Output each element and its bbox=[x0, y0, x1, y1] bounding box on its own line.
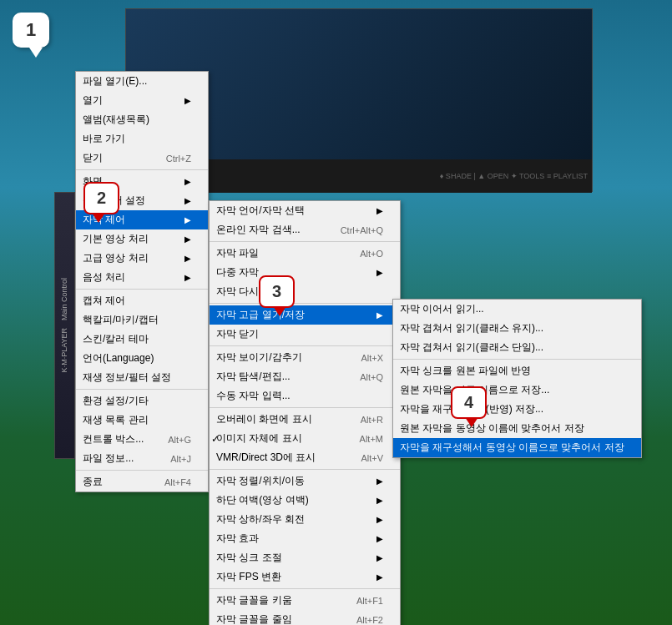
sub3-separator-2 bbox=[393, 359, 641, 360]
submenu2-item-13[interactable]: 자막 정렬/위치/이동▶ bbox=[210, 471, 400, 491]
tools-btn[interactable]: ✦ TOOLS bbox=[511, 172, 545, 180]
menu-item-4[interactable]: 닫기Ctrl+Z bbox=[76, 149, 208, 168]
sidebar-label: K·M·PLAYER Main Control bbox=[59, 278, 70, 372]
submenu3-item-5[interactable]: 자막을 재구성해서 (반영) 저장... bbox=[393, 400, 641, 419]
menu-item-10[interactable]: 음성 처리▶ bbox=[76, 268, 208, 287]
submenu2-item-18[interactable]: 자막 FPS 변환▶ bbox=[210, 567, 400, 587]
submenu3-item-4[interactable]: 원본 자막을 다른 이름으로 저장... bbox=[393, 381, 641, 400]
tooltip-2-text: 2 bbox=[97, 189, 106, 207]
submenu3-item-7[interactable]: 자막을 재구성해서 동영상 이름으로 맞추어서 저장 bbox=[393, 438, 641, 457]
submenu-subtitle-control: 자막 언어/자막 선택▶온라인 자막 검색...Ctrl+Alt+Q자막 파일A… bbox=[209, 200, 401, 625]
submenu3-item-2[interactable]: 자막 겹쳐서 읽기(클래스 단일)... bbox=[393, 338, 641, 357]
submenu2-item-3[interactable]: 다중 자막▶ bbox=[210, 263, 400, 282]
tooltip-4-text: 4 bbox=[464, 393, 473, 411]
tooltip-2: 2 bbox=[83, 182, 119, 214]
shade-btn[interactable]: ♦ SHADE bbox=[440, 172, 472, 180]
sub2-separator-6 bbox=[210, 345, 400, 346]
sub2-separator-12 bbox=[210, 469, 400, 470]
menu-item-17[interactable]: 재생 목록 관리 bbox=[76, 411, 208, 430]
sub2-separator-18 bbox=[210, 588, 400, 589]
submenu3-item-6[interactable]: 원본 자막을 동영상 이름에 맞추어서 저장 bbox=[393, 419, 641, 438]
submenu2-item-16[interactable]: 자막 효과▶ bbox=[210, 529, 400, 548]
menu-item-14[interactable]: 언어(Language) bbox=[76, 349, 208, 368]
kmp-sidebar: K·M·PLAYER Main Control bbox=[54, 192, 75, 459]
submenu2-item-15[interactable]: 자막 상하/좌우 회전▶ bbox=[210, 510, 400, 529]
submenu2-item-1[interactable]: 온라인 자막 검색...Ctrl+Alt+Q bbox=[210, 220, 400, 239]
tooltip-1: 1 bbox=[13, 13, 49, 48]
submenu2-item-2[interactable]: 자막 파일Alt+O bbox=[210, 244, 400, 263]
sub2-separator-9 bbox=[210, 407, 400, 408]
separator-15 bbox=[76, 389, 208, 390]
menu-item-8[interactable]: 기본 영상 처리▶ bbox=[76, 229, 208, 249]
menu-item-11[interactable]: 캡쳐 제어 bbox=[76, 291, 208, 310]
playlist-btn[interactable]: ≡ PLAYLIST bbox=[547, 172, 588, 180]
submenu2-item-19[interactable]: 자막 글꼴을 키움Alt+F1 bbox=[210, 591, 400, 610]
separator-19 bbox=[76, 470, 208, 471]
submenu2-item-0[interactable]: 자막 언어/자막 선택▶ bbox=[210, 201, 400, 220]
menu-item-0[interactable]: 파일 열기(E)... bbox=[76, 72, 208, 91]
submenu2-item-12[interactable]: VMR/Direct 3D에 표시Alt+V bbox=[210, 448, 400, 467]
submenu2-item-8[interactable]: 자막 탐색/편집...Alt+Q bbox=[210, 367, 400, 386]
submenu2-item-20[interactable]: 자막 글꼴을 줄임Alt+F2 bbox=[210, 610, 400, 625]
player-toolbar: ♦ SHADE | ▲ OPEN ✦ TOOLS ≡ PLAYLIST bbox=[440, 172, 588, 180]
menu-item-19[interactable]: 파일 정보...Alt+J bbox=[76, 449, 208, 468]
menu-item-1[interactable]: 열기▶ bbox=[76, 91, 208, 110]
submenu2-item-9[interactable]: 수동 자막 입력... bbox=[210, 386, 400, 406]
submenu2-item-6[interactable]: 자막 닫기 bbox=[210, 325, 400, 344]
open-btn[interactable]: | ▲ OPEN bbox=[473, 172, 508, 180]
submenu2-item-17[interactable]: 자막 싱크 조절▶ bbox=[210, 548, 400, 567]
menu-item-16[interactable]: 환경 설정/기타 bbox=[76, 391, 208, 411]
context-menu: 파일 열기(E)...열기▶앨범(재생목록)바로 가기닫기Ctrl+Z화면▶플레… bbox=[75, 71, 209, 492]
tooltip-4: 4 bbox=[451, 386, 487, 419]
menu-item-13[interactable]: 스킨/칼러 테마 bbox=[76, 330, 208, 349]
submenu2-item-11[interactable]: ✓이미지 자체에 표시Alt+M bbox=[210, 429, 400, 448]
submenu2-item-14[interactable]: 하단 여백(영상 여백)▶ bbox=[210, 491, 400, 510]
submenu-advanced-subtitle: 자막 이어서 읽기...자막 겹쳐서 읽기(클래스 유지)...자막 겹쳐서 읽… bbox=[392, 299, 642, 458]
submenu2-item-10[interactable]: 오버레이 화면에 표시Alt+R bbox=[210, 410, 400, 429]
menu-item-2[interactable]: 앨범(재생목록) bbox=[76, 110, 208, 129]
tooltip-1-text: 1 bbox=[26, 19, 36, 40]
submenu3-item-3[interactable]: 자막 싱크를 원본 파일에 반영 bbox=[393, 361, 641, 381]
submenu3-item-0[interactable]: 자막 이어서 읽기... bbox=[393, 300, 641, 319]
menu-item-18[interactable]: 컨트롤 박스...Alt+G bbox=[76, 430, 208, 449]
menu-item-12[interactable]: 핵칼피/마키/캡터 bbox=[76, 310, 208, 330]
submenu2-item-4[interactable]: 자막 다시 읽기 bbox=[210, 282, 400, 301]
menu-item-15[interactable]: 재생 정보/필터 설정 bbox=[76, 368, 208, 387]
submenu3-item-1[interactable]: 자막 겹쳐서 읽기(클래스 유지)... bbox=[393, 319, 641, 338]
menu-item-20[interactable]: 종료Alt+F4 bbox=[76, 472, 208, 491]
menu-item-3[interactable]: 바로 가기 bbox=[76, 129, 208, 149]
sub2-separator-4 bbox=[210, 303, 400, 304]
tooltip-3: 3 bbox=[259, 275, 295, 308]
submenu2-item-7[interactable]: 자막 보이기/감추기Alt+X bbox=[210, 348, 400, 367]
separator-10 bbox=[76, 289, 208, 290]
separator-4 bbox=[76, 169, 208, 170]
tooltip-3-text: 3 bbox=[272, 282, 281, 300]
sub2-separator-1 bbox=[210, 241, 400, 242]
menu-item-9[interactable]: 고급 영상 처리▶ bbox=[76, 249, 208, 268]
submenu2-item-5[interactable]: 자막 고급 열기/저장▶ bbox=[210, 305, 400, 325]
